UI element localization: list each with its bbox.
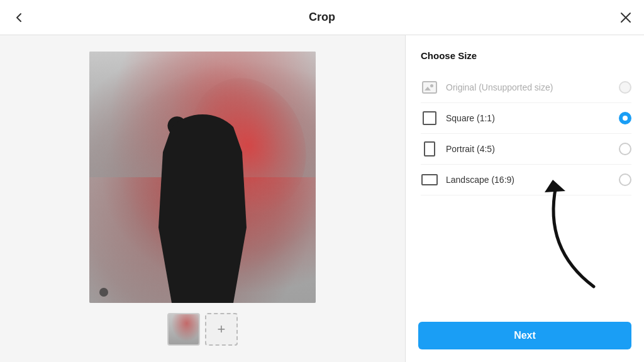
person-silhouette bbox=[158, 114, 247, 303]
size-option-original[interactable]: Original (Unsupported size) bbox=[421, 72, 631, 103]
size-option-square[interactable]: Square (1:1) bbox=[421, 103, 631, 134]
size-option-portrait[interactable]: Portrait (4:5) bbox=[421, 134, 631, 165]
size-options-panel: Choose Size Original (Unsupported size) … bbox=[405, 35, 644, 362]
landscape-label: Landscape (16:9) bbox=[446, 175, 619, 185]
main-content: + Choose Size Original (Unsupported size… bbox=[0, 35, 644, 362]
thumbnail-strip: + bbox=[167, 313, 238, 346]
square-icon-container bbox=[421, 109, 438, 127]
header: Crop bbox=[0, 0, 644, 35]
back-button[interactable] bbox=[13, 11, 25, 24]
image-editor-panel: + bbox=[0, 35, 405, 362]
portrait-label: Portrait (4:5) bbox=[446, 144, 619, 154]
square-icon bbox=[423, 111, 436, 125]
portrait-radio[interactable] bbox=[619, 143, 631, 155]
square-label: Square (1:1) bbox=[446, 113, 619, 123]
portrait-icon-container bbox=[421, 140, 438, 158]
add-image-button[interactable]: + bbox=[205, 313, 238, 346]
square-radio[interactable] bbox=[619, 112, 631, 124]
original-label: Original (Unsupported size) bbox=[446, 82, 619, 92]
image-preview bbox=[89, 52, 316, 303]
original-icon bbox=[421, 79, 438, 96]
original-radio[interactable] bbox=[619, 81, 631, 94]
close-button[interactable] bbox=[620, 12, 631, 23]
portrait-icon bbox=[424, 141, 435, 156]
image-canvas bbox=[89, 52, 316, 303]
size-option-landscape[interactable]: Landscape (16:9) bbox=[421, 165, 631, 195]
choose-size-heading: Choose Size bbox=[421, 50, 631, 61]
landscape-icon-container bbox=[421, 171, 438, 189]
landscape-icon bbox=[421, 174, 438, 185]
landscape-radio[interactable] bbox=[619, 173, 631, 186]
image-dot-indicator bbox=[99, 288, 108, 297]
next-button[interactable]: Next bbox=[418, 322, 631, 349]
page-title: Crop bbox=[309, 11, 335, 24]
image-icon bbox=[422, 81, 437, 94]
thumbnail-item[interactable] bbox=[167, 313, 200, 346]
